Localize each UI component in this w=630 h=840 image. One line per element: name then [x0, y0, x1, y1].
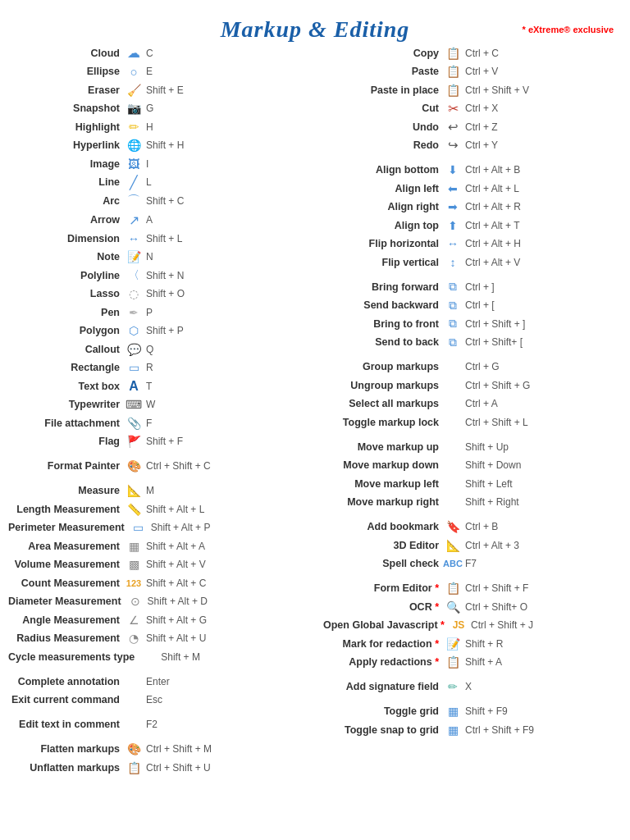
- mark-redaction-icon: 📝: [442, 637, 463, 651]
- list-item: Toggle grid ▦ Shift + F9: [323, 703, 622, 719]
- note-icon: 📝: [123, 250, 144, 263]
- list-item: Ellipse ○ E: [8, 63, 307, 80]
- redo-icon: ↪: [442, 138, 463, 153]
- list-item: Angle Measurement ∠ Shift + Alt + G: [8, 612, 307, 628]
- arrow-icon: ↗: [123, 212, 144, 228]
- list-item: Image 🖼 I: [8, 156, 307, 172]
- list-item: Pen ✒ P: [8, 304, 307, 321]
- tools-section: Cloud ☁ C Ellipse ○ E Eraser 🧹 Shift + E…: [8, 45, 307, 450]
- hyperlink-icon: 🌐: [123, 139, 144, 152]
- list-item: Polygon ⬡ Shift + P: [8, 322, 307, 339]
- list-item: Arrow ↗ A: [8, 212, 307, 228]
- list-item: Move markup down Shift + Down: [323, 457, 622, 473]
- grid-icon: ▦: [442, 705, 463, 718]
- list-item: Unflatten markups 📋 Ctrl + Shift + U: [8, 760, 307, 776]
- diameter-measure-icon: ⊙: [125, 595, 146, 608]
- undo-icon: ↩: [442, 120, 463, 135]
- list-item: File attachment 📎 F: [8, 415, 307, 431]
- list-item: Rectangle ▭ R: [8, 359, 307, 376]
- align-top-icon: ⬆: [442, 219, 463, 232]
- cut-icon: ✂: [442, 101, 463, 116]
- list-item: Dimension ↔ Shift + L: [8, 231, 307, 247]
- list-item: Flatten markups 🎨 Ctrl + Shift + M: [8, 741, 307, 757]
- list-item: Radius Measurement ◔ Shift + Alt + U: [8, 630, 307, 646]
- flag-icon: 🚩: [123, 435, 144, 448]
- measure-icon: 📐: [123, 484, 144, 497]
- group-section: Group markups Ctrl + G Ungroup markups C…: [323, 358, 622, 431]
- list-item: Paste 📋 Ctrl + V: [323, 63, 622, 80]
- list-item: Typewriter ⌨ W: [8, 396, 307, 413]
- clipboard-section: Copy 📋 Ctrl + C Paste 📋 Ctrl + V Paste i…: [323, 45, 622, 154]
- send-back-icon: ⧉: [442, 336, 463, 349]
- list-item: Snapshot 📷 G: [8, 100, 307, 116]
- list-item: Volume Measurement ▩ Shift + Alt + V: [8, 556, 307, 573]
- cloud-icon: ☁: [123, 45, 144, 61]
- format-painter-row: Format Painter 🎨 Ctrl + Shift + C: [8, 458, 307, 474]
- grid-section: Toggle grid ▦ Shift + F9 Toggle snap to …: [323, 703, 622, 738]
- list-item: 3D Editor 📐 Ctrl + Alt + 3: [323, 537, 622, 554]
- polygon-icon: ⬡: [123, 324, 144, 337]
- move-section: Move markup up Shift + Up Move markup do…: [323, 439, 622, 511]
- list-item: Eraser 🧹 Shift + E: [8, 82, 307, 98]
- typewriter-icon: ⌨: [123, 398, 144, 411]
- angle-measure-icon: ∠: [123, 614, 144, 627]
- snap-grid-icon: ▦: [442, 724, 463, 737]
- flip-v-icon: ↕: [442, 256, 463, 269]
- format-painter-icon: 🎨: [123, 459, 144, 472]
- bring-forward-icon: ⧉: [442, 280, 463, 294]
- copy-icon: 📋: [442, 47, 463, 60]
- image-icon: 🖼: [123, 158, 144, 171]
- signature-row: Add signature field ✏ X: [323, 678, 622, 695]
- right-column: Copy 📋 Ctrl + C Paste 📋 Ctrl + V Paste i…: [315, 43, 622, 778]
- highlight-icon: ✏: [123, 120, 144, 135]
- length-measure-icon: 📏: [123, 503, 144, 516]
- left-column: Cloud ☁ C Ellipse ○ E Eraser 🧹 Shift + E…: [8, 43, 315, 778]
- list-item: OCR * 🔍 Ctrl + Shift+ O: [323, 599, 622, 615]
- list-item: Line ╱ L: [8, 174, 307, 190]
- list-item: Area Measurement ▦ Shift + Alt + A: [8, 538, 307, 555]
- bring-front-icon: ⧉: [442, 317, 463, 331]
- tools-r-section: Add bookmark 🔖 Ctrl + B 3D Editor 📐 Ctrl…: [323, 518, 622, 572]
- apply-redaction-icon: 📋: [442, 655, 463, 669]
- dimension-icon: ↔: [123, 232, 144, 245]
- edit-text-row: Edit text in comment F2: [8, 716, 307, 733]
- annotation-section: Complete annotation Enter Exit current c…: [8, 673, 307, 709]
- list-item: Undo ↩ Ctrl + Z: [323, 119, 622, 135]
- list-item: Hyperlink 🌐 Shift + H: [8, 137, 307, 153]
- list-item: Align left ⬅ Ctrl + Alt + L: [323, 180, 622, 197]
- list-item: Note 📝 N: [8, 249, 307, 265]
- list-item: Diameter Measurement ⊙ Shift + Alt + D: [8, 593, 307, 609]
- list-item: Form Editor * 📋 Ctrl + Shift + F: [323, 580, 622, 596]
- list-item: Cycle measurements type Shift + M: [8, 649, 307, 665]
- align-bottom-icon: ⬇: [442, 163, 463, 176]
- line-icon: ╱: [123, 175, 144, 190]
- eraser-icon: 🧹: [123, 84, 144, 97]
- list-item: Toggle snap to grid ▦ Ctrl + Shift + F9: [323, 722, 622, 738]
- list-item: Align right ➡ Ctrl + Alt + R: [323, 199, 622, 215]
- spell-check-icon: ABC: [442, 559, 463, 568]
- list-item: Copy 📋 Ctrl + C: [323, 45, 622, 62]
- list-item: Select all markups Ctrl + A: [323, 395, 622, 412]
- list-item: Add bookmark 🔖 Ctrl + B: [323, 518, 622, 535]
- list-item: Callout 💬 Q: [8, 341, 307, 358]
- list-item: Ungroup markups Ctrl + Shift + G: [323, 377, 622, 394]
- measurements-section: Measure 📐 M Length Measurement 📏 Shift +…: [8, 482, 307, 665]
- list-item: Perimeter Measurement ▭ Shift + Alt + P: [8, 519, 307, 536]
- volume-measure-icon: ▩: [123, 558, 144, 571]
- count-measure-icon: 123: [123, 578, 144, 588]
- paste-icon: 📋: [442, 65, 463, 78]
- list-item: Count Measurement 123 Shift + Alt + C: [8, 575, 307, 591]
- list-item: Paste in place 📋 Ctrl + Shift + V: [323, 82, 622, 98]
- flip-h-icon: ↔: [442, 237, 463, 250]
- signature-icon: ✏: [442, 680, 463, 693]
- list-item: Bring forward ⧉ Ctrl + ]: [323, 279, 622, 295]
- list-item: Mark for redaction * 📝 Shift + R: [323, 636, 622, 652]
- align-right-icon: ➡: [442, 200, 463, 213]
- list-item: Open Global Javascript * JS Ctrl + Shift…: [323, 617, 622, 633]
- list-item: Move markup left Shift + Left: [323, 476, 622, 492]
- attachment-icon: 📎: [123, 417, 144, 430]
- perimeter-measure-icon: ▭: [128, 521, 149, 534]
- paste-place-icon: 📋: [442, 84, 463, 97]
- list-item: Align bottom ⬇ Ctrl + Alt + B: [323, 162, 622, 178]
- list-item: Flip vertical ↕ Ctrl + Alt + V: [323, 254, 622, 271]
